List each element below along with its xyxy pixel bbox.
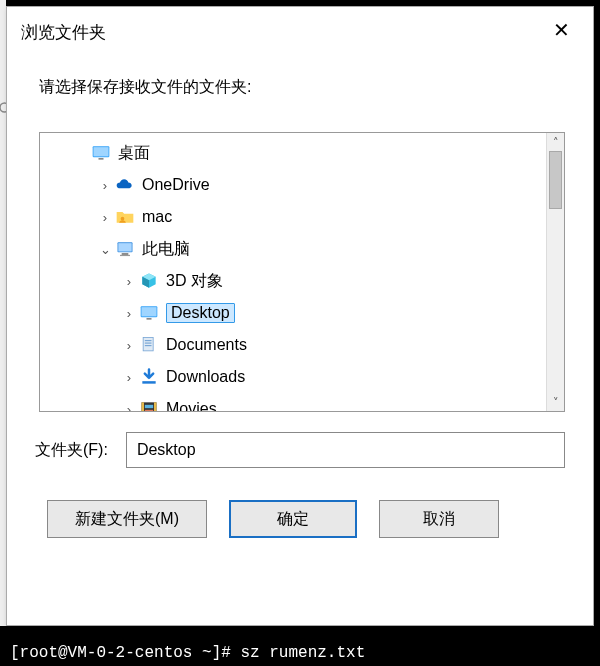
chevron-right-icon[interactable]: › [120, 402, 138, 413]
svg-rect-21 [145, 405, 153, 408]
tree-item[interactable]: ›mac [40, 201, 564, 233]
svg-rect-4 [99, 158, 104, 160]
desktop-icon [138, 302, 160, 324]
svg-rect-14 [145, 340, 152, 341]
terminal-output: [root@VM-0-2-centos ~]# sz rumenz.txt [0, 626, 600, 666]
svg-rect-8 [122, 253, 129, 255]
scroll-up-arrow[interactable]: ˄ [547, 133, 564, 151]
scroll-down-arrow[interactable]: ˅ [547, 393, 564, 411]
chevron-down-icon[interactable]: ⌄ [96, 242, 114, 257]
tree-item-label: Movies [166, 400, 217, 412]
tree-item[interactable]: ›3D 对象 [40, 265, 564, 297]
scroll-thumb[interactable] [549, 151, 562, 209]
tree-scrollbar[interactable]: ˄ ˅ [546, 133, 564, 411]
documents-icon [138, 334, 160, 356]
new-folder-button[interactable]: 新建文件夹(M) [47, 500, 207, 538]
tree-item-label: Documents [166, 336, 247, 354]
tree-item[interactable]: ⌄此电脑 [40, 233, 564, 265]
svg-rect-13 [143, 338, 153, 351]
folder-tree: 桌面›OneDrive›mac⌄此电脑›3D 对象›Desktop›Docume… [39, 132, 565, 412]
svg-rect-16 [145, 345, 152, 346]
tree-item-label: mac [142, 208, 172, 226]
svg-rect-22 [145, 410, 153, 412]
downloads-icon [138, 366, 160, 388]
tree-item[interactable]: 桌面 [40, 137, 564, 169]
titlebar: 浏览文件夹 ✕ [7, 7, 593, 51]
tree-item-label: Desktop [166, 303, 235, 323]
dialog-button-row: 新建文件夹(M) 确定 取消 [47, 500, 565, 538]
svg-rect-9 [120, 255, 130, 256]
tree-item[interactable]: ›Documents [40, 329, 564, 361]
chevron-right-icon[interactable]: › [96, 178, 114, 193]
chevron-right-icon[interactable]: › [120, 338, 138, 353]
movies-icon [138, 398, 160, 412]
tree-item-label: 此电脑 [142, 239, 190, 260]
svg-rect-20 [154, 402, 157, 412]
svg-rect-19 [142, 402, 145, 412]
chevron-right-icon[interactable]: › [120, 370, 138, 385]
tree-item[interactable]: ›OneDrive [40, 169, 564, 201]
desktop-icon [90, 142, 112, 164]
close-button[interactable]: ✕ [543, 18, 579, 46]
tree-item-label: OneDrive [142, 176, 210, 194]
tree-item[interactable]: ›Desktop [40, 297, 564, 329]
tree-item[interactable]: ›Downloads [40, 361, 564, 393]
svg-rect-11 [142, 307, 157, 316]
terminal-line: [root@VM-0-2-centos ~]# sz rumenz.txt [10, 644, 365, 662]
svg-point-5 [121, 217, 125, 221]
chevron-right-icon[interactable]: › [120, 306, 138, 321]
svg-rect-12 [147, 318, 152, 320]
objects3d-icon [138, 270, 160, 292]
chevron-right-icon[interactable]: › [96, 210, 114, 225]
folder-field-row: 文件夹(F): [35, 432, 565, 468]
tree-item-label: Downloads [166, 368, 245, 386]
cancel-button[interactable]: 取消 [379, 500, 499, 538]
prompt-text: 请选择保存接收文件的文件夹: [7, 51, 593, 114]
svg-rect-7 [118, 243, 131, 251]
svg-rect-17 [142, 381, 155, 384]
svg-rect-15 [145, 343, 152, 344]
folder-field-label: 文件夹(F): [35, 440, 108, 461]
userfolder-icon [114, 206, 136, 228]
folder-name-input[interactable] [126, 432, 565, 468]
onedrive-icon [114, 174, 136, 196]
tree-item[interactable]: ›Movies [40, 393, 564, 412]
ok-button[interactable]: 确定 [229, 500, 357, 538]
tree-item-label: 3D 对象 [166, 271, 223, 292]
browse-folder-dialog: 浏览文件夹 ✕ 请选择保存接收文件的文件夹: 桌面›OneDrive›mac⌄此… [6, 6, 594, 626]
tree-item-label: 桌面 [118, 143, 150, 164]
thispc-icon [114, 238, 136, 260]
chevron-right-icon[interactable]: › [120, 274, 138, 289]
svg-rect-3 [94, 147, 109, 156]
dialog-title: 浏览文件夹 [21, 21, 106, 44]
